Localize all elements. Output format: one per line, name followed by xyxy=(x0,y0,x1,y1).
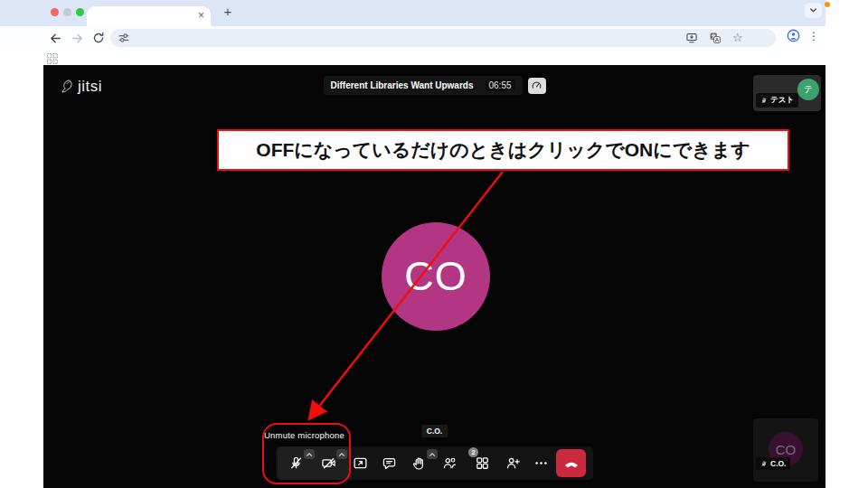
back-arrow-icon xyxy=(49,32,62,45)
main-participant-name-label: C.O. xyxy=(421,425,448,437)
new-tab-button[interactable]: + xyxy=(220,4,236,20)
browser-tab[interactable]: × xyxy=(87,6,211,26)
more-actions-button[interactable] xyxy=(526,448,555,478)
meeting-toolbar: 2 xyxy=(276,446,593,480)
chat-button[interactable] xyxy=(374,448,403,478)
hangup-phone-icon xyxy=(563,455,580,472)
bookmark-star-icon[interactable]: ☆ xyxy=(732,29,745,42)
chevron-down-icon xyxy=(808,5,818,15)
window-minimize-button[interactable] xyxy=(63,8,71,16)
address-bar[interactable]: ☆ xyxy=(110,29,776,47)
remote-name-label: テスト xyxy=(756,93,798,108)
camera-muted-icon xyxy=(321,455,336,471)
chevron-up-icon xyxy=(306,452,313,457)
reload-button[interactable] xyxy=(90,30,107,46)
forward-button[interactable] xyxy=(69,30,85,46)
forward-arrow-icon xyxy=(71,32,84,45)
raise-hand-icon xyxy=(411,455,427,471)
reactions-chevron[interactable] xyxy=(427,449,438,459)
profile-avatar[interactable] xyxy=(787,29,800,42)
video-settings-chevron[interactable] xyxy=(336,449,347,459)
back-button[interactable] xyxy=(47,30,63,46)
window-close-button[interactable] xyxy=(51,8,59,16)
subject-bar: Different Libraries Want Upwards 06:55 xyxy=(323,76,545,95)
local-participant-tile[interactable]: CO C.O. xyxy=(753,418,818,482)
screenshare-icon xyxy=(353,455,368,471)
hangup-button[interactable] xyxy=(556,449,586,477)
translate-icon[interactable] xyxy=(709,32,722,44)
browser-menu-icon[interactable]: ⋮ xyxy=(808,29,819,43)
jitsi-logo: jitsi xyxy=(59,78,102,96)
jitsi-meeting-stage: jitsi Different Libraries Want Upwards 0… xyxy=(43,65,826,488)
reload-icon xyxy=(92,32,105,44)
tab-close-icon[interactable]: × xyxy=(198,8,204,23)
local-name-label: C.O. xyxy=(756,457,790,470)
participants-icon xyxy=(442,455,458,471)
muted-mic-icon xyxy=(760,460,768,468)
participants-count-badge: 2 xyxy=(468,447,478,457)
chevron-up-icon xyxy=(429,452,436,457)
tile-view-icon xyxy=(475,455,490,471)
browser-toolbar: ☆ ⋮ xyxy=(0,26,826,51)
subject-pill: Different Libraries Want Upwards 06:55 xyxy=(323,76,522,95)
tab-search-button[interactable] xyxy=(805,3,822,18)
mic-muted-icon xyxy=(288,455,304,471)
audio-settings-chevron[interactable] xyxy=(304,449,315,459)
speedometer-icon xyxy=(531,80,542,91)
jitsi-swan-icon xyxy=(59,78,76,96)
meeting-timer: 06:55 xyxy=(485,80,514,91)
tune-icon[interactable] xyxy=(118,32,130,44)
jitsi-logo-text: jitsi xyxy=(78,78,102,96)
window-zoom-button[interactable] xyxy=(76,8,84,16)
participants-button[interactable] xyxy=(435,448,464,478)
chat-icon xyxy=(382,455,397,471)
remote-participant-tile[interactable]: テ テスト xyxy=(753,75,821,111)
remote-avatar: テ xyxy=(797,79,819,100)
muted-mic-icon xyxy=(760,97,768,105)
local-name-text: C.O. xyxy=(770,459,786,468)
chevron-up-icon xyxy=(338,452,345,457)
remote-name-text: テスト xyxy=(770,95,794,106)
update-notification-dot xyxy=(825,2,830,7)
unmute-tooltip: Unmute microphone xyxy=(264,430,344,440)
main-participant-avatar: CO xyxy=(382,222,490,331)
invite-button[interactable] xyxy=(498,448,527,478)
performance-indicator-button[interactable] xyxy=(528,78,546,94)
screenshare-button[interactable] xyxy=(345,448,374,478)
invite-person-icon xyxy=(505,455,521,471)
annotation-callout: OFFになっているだけのときはクリックでONにできます xyxy=(217,129,789,171)
more-dots-icon xyxy=(533,455,549,471)
install-app-icon[interactable] xyxy=(685,32,698,44)
browser-tab-strip: × + xyxy=(0,0,826,26)
meeting-title: Different Libraries Want Upwards xyxy=(330,80,473,90)
